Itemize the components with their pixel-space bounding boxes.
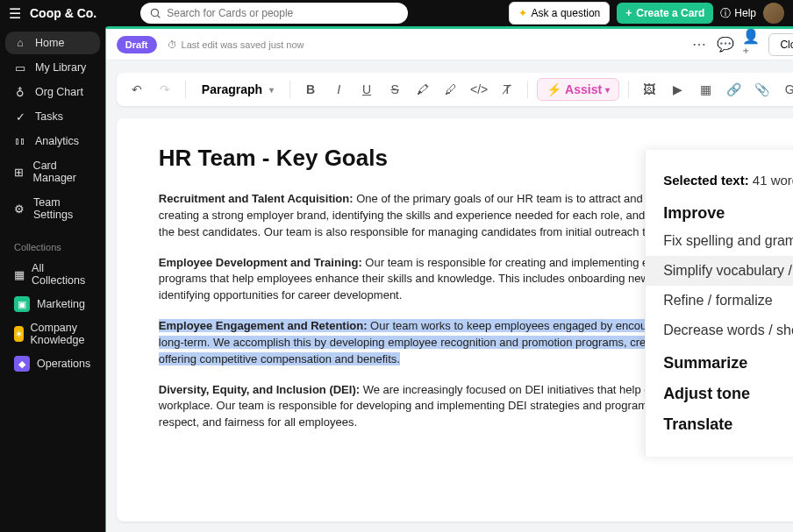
create-card-button[interactable]: + Create a Card — [617, 3, 713, 24]
analytics-icon: ⫾⫾ — [14, 135, 26, 147]
redo-icon[interactable]: ↷ — [154, 78, 176, 101]
nav-label: All Collections — [32, 262, 91, 287]
style-label: Paragraph — [202, 82, 262, 96]
gear-icon: ⚙ — [14, 202, 25, 215]
avatar[interactable] — [763, 3, 784, 24]
assist-label: Assist — [565, 82, 602, 96]
header-actions: ⋯ 💬 👤⁺ Close Next step — [689, 33, 793, 56]
assist-menu: Selected text: 41 words Improve Fix spel… — [645, 150, 793, 457]
search-icon — [149, 7, 161, 19]
highlight-icon[interactable]: 🖊 — [439, 78, 462, 101]
cardmgr-icon: ⊞ — [14, 166, 25, 178]
sparkle-icon: ✦ — [518, 7, 527, 19]
create-label: Create a Card — [636, 7, 704, 19]
sidebar-item-orgchart[interactable]: ♁ Org Chart — [5, 81, 100, 103]
assist-heading-summarize[interactable]: Summarize — [646, 345, 793, 376]
google-icon[interactable]: G — [778, 78, 793, 101]
help-link[interactable]: ⓘ Help — [720, 6, 756, 21]
para-heading: Recruitment and Talent Acquisition: — [159, 192, 354, 205]
para-heading: Employee Engagement and Retention: — [159, 319, 368, 332]
nav-label: My Library — [35, 61, 86, 74]
nav-label: Company Knowledge — [31, 322, 91, 346]
selected-text-info: Selected text: 41 words — [646, 166, 793, 195]
collection-badge-icon: ▣ — [14, 296, 30, 312]
brand-logo: Coop & Co. — [30, 6, 96, 20]
topbar: ☰ Coop & Co. ✦ Ask a question + Create a… — [0, 0, 793, 26]
nav-label: Analytics — [35, 135, 79, 147]
assist-button[interactable]: ⚡ Assist ▾ — [537, 78, 619, 101]
save-status: ⏱ Last edit was saved just now — [168, 39, 304, 50]
editor-toolbar: ↶ ↷ Paragraph ▾ B I U S 🖍 🖊 </> T̸ ⚡ Ass… — [117, 73, 793, 106]
attachment-icon[interactable]: 📎 — [750, 78, 773, 101]
ask-label: Ask a question — [532, 7, 601, 19]
svg-point-0 — [152, 9, 159, 16]
para-heading: Employee Development and Training: — [159, 256, 362, 269]
strikethrough-icon[interactable]: S — [383, 78, 406, 101]
lightning-icon: ⚡ — [547, 82, 561, 96]
collections-heading: Collections — [5, 228, 100, 258]
divider — [527, 81, 528, 98]
assist-option-shorten[interactable]: Decrease words / shorten — [646, 316, 793, 345]
para-heading: Diversity, Equity, and Inclusion (DEI): — [159, 383, 360, 396]
italic-icon[interactable]: I — [327, 78, 350, 101]
assist-heading-adjust-tone[interactable]: Adjust tone — [646, 376, 793, 407]
code-icon[interactable]: </> — [468, 78, 490, 101]
nav-label: Home — [35, 37, 64, 49]
assist-option-fix-spelling[interactable]: Fix spelling and grammar — [646, 226, 793, 256]
sidebar-item-operations[interactable]: ◆ Operations — [5, 351, 100, 376]
save-text: Last edit was saved just now — [182, 39, 304, 50]
sidebar-item-home[interactable]: ⌂ Home — [5, 32, 100, 54]
collection-badge-icon: ◆ — [14, 356, 30, 372]
assist-option-simplify[interactable]: Simplify vocabulary / remove jargon — [646, 256, 793, 286]
close-button[interactable]: Close — [768, 33, 793, 56]
search-box[interactable] — [140, 3, 408, 24]
table-icon[interactable]: ▦ — [694, 78, 717, 101]
sidebar-item-tasks[interactable]: ✓ Tasks — [5, 105, 100, 128]
selected-label: Selected text: — [663, 173, 749, 188]
nav-label: Team Settings — [33, 196, 91, 221]
editor-pane: Draft ⏱ Last edit was saved just now ⋯ 💬… — [105, 26, 793, 532]
layout: ⌂ Home ▭ My Library ♁ Org Chart ✓ Tasks … — [0, 26, 793, 532]
assist-heading-translate[interactable]: Translate — [646, 407, 793, 437]
nav-label: Org Chart — [35, 86, 83, 98]
menu-icon[interactable]: ☰ — [9, 5, 21, 22]
chevron-down-icon: ▾ — [605, 85, 610, 95]
sidebar-item-cardmanager[interactable]: ⊞ Card Manager — [5, 154, 100, 189]
color-fill-icon[interactable]: 🖍 — [411, 78, 434, 101]
sidebar-item-analytics[interactable]: ⫾⫾ Analytics — [5, 130, 100, 153]
paragraph-style-select[interactable]: Paragraph ▾ — [195, 79, 281, 100]
search-input[interactable] — [167, 7, 399, 19]
more-icon[interactable]: ⋯ — [689, 35, 709, 54]
divider — [289, 81, 290, 98]
plus-icon: + — [625, 7, 632, 19]
sidebar-item-marketing[interactable]: ▣ Marketing — [5, 292, 100, 316]
svg-line-1 — [158, 16, 161, 18]
draft-status-badge: Draft — [117, 36, 157, 53]
bold-icon[interactable]: B — [299, 78, 322, 101]
ask-question-button[interactable]: ✦ Ask a question — [509, 2, 611, 25]
link-icon[interactable]: 🔗 — [722, 78, 745, 101]
comment-icon[interactable]: 💬 — [716, 35, 735, 54]
assist-option-refine[interactable]: Refine / formalize — [646, 286, 793, 316]
org-icon: ♁ — [14, 86, 26, 98]
undo-icon[interactable]: ↶ — [125, 78, 148, 101]
divider — [628, 81, 629, 98]
divider — [185, 81, 186, 98]
clear-format-icon[interactable]: T̸ — [496, 78, 518, 101]
underline-icon[interactable]: U — [355, 78, 378, 101]
help-label: Help — [734, 7, 756, 19]
grid-icon: ▦ — [14, 268, 25, 280]
sidebar-item-teamsettings[interactable]: ⚙ Team Settings — [5, 191, 100, 226]
nav-label: Operations — [37, 358, 90, 370]
sidebar-item-company-knowledge[interactable]: ✶ Company Knowledge — [5, 317, 100, 351]
editor-header: Draft ⏱ Last edit was saved just now ⋯ 💬… — [106, 29, 793, 60]
share-user-icon[interactable]: 👤⁺ — [742, 35, 761, 54]
help-icon: ⓘ — [720, 6, 731, 21]
tasks-icon: ✓ — [14, 110, 26, 123]
nav-label: Marketing — [37, 298, 85, 310]
video-icon[interactable]: ▶ — [666, 78, 689, 101]
topbar-actions: ✦ Ask a question + Create a Card ⓘ Help — [509, 2, 784, 25]
sidebar-item-library[interactable]: ▭ My Library — [5, 56, 100, 79]
sidebar-item-all-collections[interactable]: ▦ All Collections — [5, 258, 100, 291]
image-icon[interactable]: 🖼 — [638, 78, 661, 101]
